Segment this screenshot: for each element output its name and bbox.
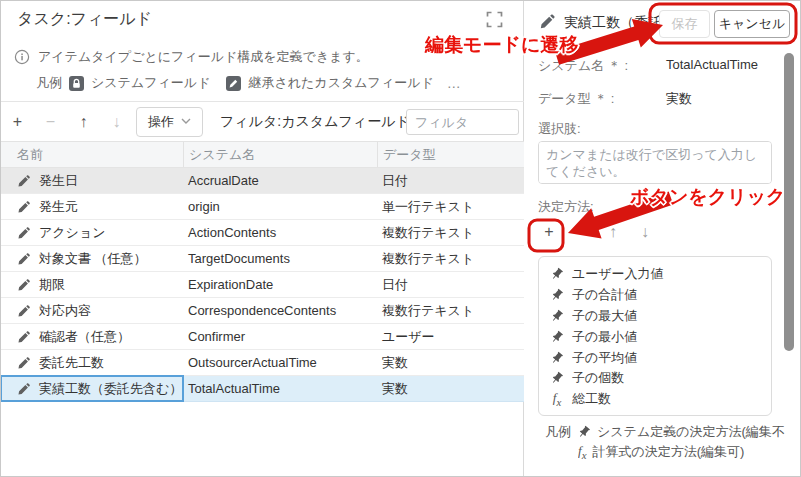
remove-field-button[interactable]: −	[34, 113, 67, 131]
table-row[interactable]: 発生元 origin 単一行テキスト	[1, 194, 524, 220]
field-system-name: origin	[183, 194, 377, 219]
table-row[interactable]: 発生日 AccrualDate 日付	[1, 168, 524, 194]
fx-icon: fx	[578, 443, 586, 461]
table-row[interactable]: 委託先工数 OutsourcerActualTime 実数	[1, 350, 524, 376]
field-system-name: TargetDocuments	[183, 246, 377, 271]
field-data-type: 日付	[377, 168, 524, 193]
table-header: 名前 システム名 データ型	[1, 142, 524, 168]
option-label: 子の最大値	[572, 307, 637, 325]
table-row[interactable]: 対象文書 （任意） TargetDocuments 複数行テキスト	[1, 246, 524, 272]
system-name-value: TotalActualTime	[666, 57, 758, 72]
field-name: 発生日	[39, 172, 78, 190]
table-row[interactable]: 確認者（任意） Confirmer ユーザー	[1, 324, 524, 350]
save-button[interactable]: 保存	[659, 10, 710, 38]
option-label: 子の個数	[572, 369, 624, 387]
field-data-type: 複数行テキスト	[377, 298, 524, 323]
method-option[interactable]: fx 子の最小値	[550, 326, 760, 347]
field-system-name: CorrespondenceContents	[183, 298, 377, 323]
method-options-list: fx ユーザー入力値 fx 子の合計値 fx 子の最大値 fx 子の最小値 fx…	[538, 256, 772, 416]
method-toolbar: + − ↑ ↓	[533, 223, 661, 241]
system-name-label: システム名 ＊ :	[538, 57, 628, 75]
cancel-button[interactable]: キャンセル	[714, 10, 790, 38]
filter-input[interactable]	[406, 109, 519, 135]
pencil-icon	[17, 356, 31, 370]
app-window: タスク:フィールド アイテムタイプごとにフィールド構成を定義できます。 凡例 シ…	[0, 0, 801, 477]
pin-icon	[550, 330, 564, 344]
remove-method-button[interactable]: −	[565, 223, 597, 241]
method-option[interactable]: fx 子の平均値	[550, 347, 760, 368]
column-header-system-name: システム名	[183, 142, 377, 167]
field-name: アクション	[39, 224, 106, 242]
add-method-button[interactable]: +	[533, 223, 565, 241]
field-system-name: AccrualDate	[183, 168, 377, 193]
field-data-type: 複数行テキスト	[377, 246, 524, 271]
legend-label: 凡例	[545, 423, 571, 441]
table-row[interactable]: 実績工数（委託先含む） TotalActualTime 実数	[1, 376, 524, 402]
move-up-button[interactable]: ↑	[67, 113, 100, 131]
field-name: 確認者（任意）	[39, 328, 130, 346]
pin-icon	[577, 425, 591, 439]
lock-icon	[69, 76, 84, 91]
fx-icon: fx	[550, 390, 564, 408]
field-table-body: 発生日 AccrualDate 日付 発生元 origin 単一行テキスト アク…	[1, 168, 524, 402]
pin-icon	[550, 351, 564, 365]
actions-dropdown[interactable]: 操作	[136, 107, 203, 137]
field-edit-panel: 実績工数（委託先含む） 保存 キャンセル システム名 ＊ : TotalActu…	[525, 1, 801, 476]
method-option[interactable]: fx 子の個数	[550, 368, 760, 389]
method-move-down-button[interactable]: ↓	[629, 223, 661, 241]
expand-icon[interactable]	[486, 11, 503, 28]
method-legend: 凡例 システム定義の決定方法(編集不 fx 計算式の決定方法(編集可)	[545, 422, 791, 462]
legend-pin-text: システム定義の決定方法(編集不	[597, 423, 785, 441]
field-name: 期限	[39, 276, 65, 294]
page-title: タスク:フィールド	[17, 9, 152, 30]
table-row[interactable]: アクション ActionContents 複数行テキスト	[1, 220, 524, 246]
option-label: ユーザー入力値	[572, 265, 664, 283]
method-option[interactable]: fx 子の最大値	[550, 306, 760, 327]
table-row[interactable]: 対応内容 CorrespondenceContents 複数行テキスト	[1, 298, 524, 324]
data-type-label: データ型 ＊ :	[538, 90, 614, 108]
pencil-icon	[17, 304, 31, 318]
field-system-name: TotalActualTime	[183, 376, 377, 401]
scrollbar-thumb[interactable]	[784, 53, 794, 351]
move-down-button[interactable]: ↓	[100, 113, 133, 131]
pencil-icon	[17, 382, 31, 396]
pencil-icon	[539, 13, 556, 30]
option-label: 総工数	[572, 390, 611, 408]
legend-fx-text: 計算式の決定方法(編集可)	[592, 443, 744, 461]
list-toolbar: + − ↑ ↓ 操作 フィルタ:カスタムフィールド	[1, 101, 524, 141]
filter-type-dropdown[interactable]: フィルタ:カスタムフィールド	[220, 113, 428, 131]
info-icon	[14, 49, 30, 65]
field-data-type: 実数	[377, 376, 524, 401]
add-field-button[interactable]: +	[1, 113, 34, 131]
field-system-name: ExpirationDate	[183, 272, 377, 297]
method-move-up-button[interactable]: ↑	[597, 223, 629, 241]
field-system-name: ActionContents	[183, 220, 377, 245]
field-data-type: 実数	[377, 350, 524, 375]
field-name: 委託先工数	[39, 354, 104, 372]
pencil-icon	[17, 330, 31, 344]
method-option[interactable]: fx 子の合計値	[550, 285, 760, 306]
pencil-icon	[17, 226, 31, 240]
table-row[interactable]: 期限 ExpirationDate 日付	[1, 272, 524, 298]
pencil-badge-icon	[226, 76, 241, 91]
more-icon[interactable]: …	[447, 75, 462, 91]
field-system-name: OutsourcerActualTime	[183, 350, 377, 375]
pin-icon	[550, 309, 564, 323]
field-name: 対象文書 （任意）	[39, 250, 147, 268]
method-option[interactable]: fx 総工数	[550, 389, 760, 410]
choices-textarea[interactable]	[538, 141, 772, 184]
option-label: 子の合計値	[572, 286, 637, 304]
pin-icon	[550, 267, 564, 281]
field-name: 対応内容	[39, 302, 91, 320]
chevron-down-icon	[181, 118, 191, 125]
pencil-icon	[17, 200, 31, 214]
pin-icon	[550, 288, 564, 302]
pencil-icon	[17, 174, 31, 188]
method-option[interactable]: fx ユーザー入力値	[550, 264, 760, 285]
legend-item-label: 継承されたカスタムフィールド	[248, 74, 433, 92]
field-data-type: 日付	[377, 272, 524, 297]
data-type-value: 実数	[666, 90, 692, 108]
field-data-type: ユーザー	[377, 324, 524, 349]
pin-icon	[550, 371, 564, 385]
option-label: 子の最小値	[572, 328, 637, 346]
